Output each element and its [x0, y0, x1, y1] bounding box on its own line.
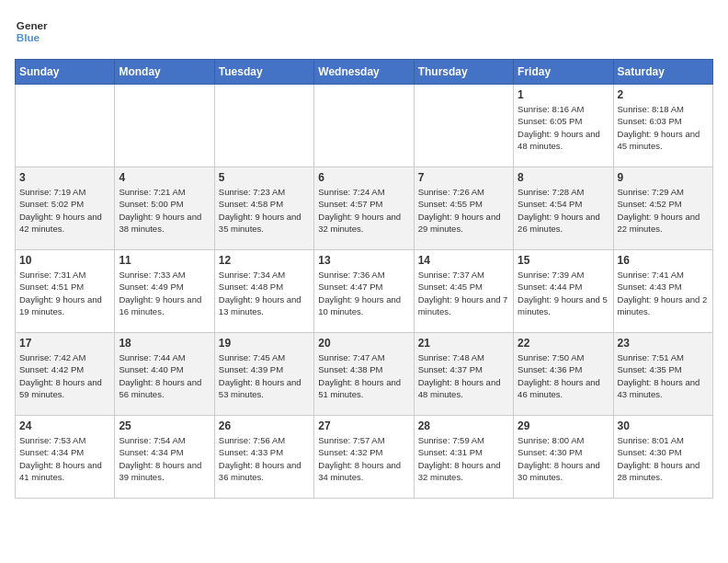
day-info: Sunrise: 7:53 AM Sunset: 4:34 PM Dayligh… [19, 434, 110, 483]
header-tuesday: Tuesday [214, 60, 313, 85]
calendar-cell: 15Sunrise: 7:39 AM Sunset: 4:44 PM Dayli… [514, 250, 613, 333]
calendar-cell: 5Sunrise: 7:23 AM Sunset: 4:58 PM Daylig… [214, 167, 313, 250]
calendar-cell: 25Sunrise: 7:54 AM Sunset: 4:34 PM Dayli… [115, 416, 214, 499]
calendar-cell: 21Sunrise: 7:48 AM Sunset: 4:37 PM Dayli… [414, 333, 513, 416]
calendar-cell: 1Sunrise: 8:16 AM Sunset: 6:05 PM Daylig… [514, 85, 613, 167]
logo-icon: General Blue [15, 15, 48, 48]
day-number: 18 [119, 337, 210, 350]
calendar-cell: 7Sunrise: 7:26 AM Sunset: 4:55 PM Daylig… [414, 167, 513, 250]
day-info: Sunrise: 7:45 AM Sunset: 4:39 PM Dayligh… [219, 351, 310, 400]
calendar-cell: 19Sunrise: 7:45 AM Sunset: 4:39 PM Dayli… [214, 333, 313, 416]
day-info: Sunrise: 8:18 AM Sunset: 6:03 PM Dayligh… [618, 103, 709, 152]
calendar-week-row: 17Sunrise: 7:42 AM Sunset: 4:42 PM Dayli… [16, 333, 713, 416]
day-number: 5 [219, 171, 310, 184]
day-info: Sunrise: 7:54 AM Sunset: 4:34 PM Dayligh… [119, 434, 210, 483]
day-number: 1 [518, 88, 609, 101]
day-info: Sunrise: 7:42 AM Sunset: 4:42 PM Dayligh… [19, 351, 110, 400]
calendar-cell: 17Sunrise: 7:42 AM Sunset: 4:42 PM Dayli… [16, 333, 115, 416]
day-info: Sunrise: 7:51 AM Sunset: 4:35 PM Dayligh… [618, 351, 709, 400]
day-info: Sunrise: 7:37 AM Sunset: 4:45 PM Dayligh… [418, 269, 509, 317]
day-info: Sunrise: 7:19 AM Sunset: 5:02 PM Dayligh… [19, 186, 110, 235]
header-sunday: Sunday [16, 60, 115, 85]
day-number: 14 [418, 254, 509, 267]
header-monday: Monday [115, 60, 214, 85]
header-friday: Friday [514, 60, 613, 85]
header-wednesday: Wednesday [314, 60, 414, 85]
calendar-cell: 18Sunrise: 7:44 AM Sunset: 4:40 PM Dayli… [115, 333, 214, 416]
calendar-cell [16, 85, 115, 167]
day-info: Sunrise: 8:16 AM Sunset: 6:05 PM Dayligh… [518, 103, 609, 152]
day-info: Sunrise: 7:48 AM Sunset: 4:37 PM Dayligh… [418, 351, 509, 400]
calendar-cell: 3Sunrise: 7:19 AM Sunset: 5:02 PM Daylig… [16, 167, 115, 250]
day-info: Sunrise: 7:28 AM Sunset: 4:54 PM Dayligh… [518, 186, 609, 235]
day-number: 28 [418, 419, 509, 432]
day-number: 15 [518, 254, 609, 267]
calendar-table: SundayMondayTuesdayWednesdayThursdayFrid… [15, 59, 713, 499]
day-info: Sunrise: 7:33 AM Sunset: 4:49 PM Dayligh… [119, 269, 210, 317]
day-info: Sunrise: 7:31 AM Sunset: 4:51 PM Dayligh… [19, 269, 110, 317]
day-info: Sunrise: 7:56 AM Sunset: 4:33 PM Dayligh… [219, 434, 310, 483]
day-info: Sunrise: 8:00 AM Sunset: 4:30 PM Dayligh… [518, 434, 609, 483]
day-info: Sunrise: 7:29 AM Sunset: 4:52 PM Dayligh… [618, 186, 709, 235]
calendar-cell [115, 85, 214, 167]
calendar-cell: 14Sunrise: 7:37 AM Sunset: 4:45 PM Dayli… [414, 250, 513, 333]
day-number: 16 [618, 254, 709, 267]
day-number: 9 [618, 171, 709, 184]
day-number: 8 [518, 171, 609, 184]
day-number: 2 [618, 88, 709, 101]
day-info: Sunrise: 7:26 AM Sunset: 4:55 PM Dayligh… [418, 186, 509, 235]
day-number: 12 [219, 254, 310, 267]
calendar-cell: 24Sunrise: 7:53 AM Sunset: 4:34 PM Dayli… [16, 416, 115, 499]
calendar-cell: 29Sunrise: 8:00 AM Sunset: 4:30 PM Dayli… [514, 416, 613, 499]
calendar-cell: 11Sunrise: 7:33 AM Sunset: 4:49 PM Dayli… [115, 250, 214, 333]
day-number: 3 [19, 171, 110, 184]
day-number: 29 [518, 419, 609, 432]
day-info: Sunrise: 7:23 AM Sunset: 4:58 PM Dayligh… [219, 186, 310, 235]
day-number: 23 [618, 337, 709, 350]
calendar-week-row: 1Sunrise: 8:16 AM Sunset: 6:05 PM Daylig… [16, 85, 713, 167]
logo: General Blue [15, 15, 51, 48]
calendar-cell [314, 85, 414, 167]
calendar-cell: 20Sunrise: 7:47 AM Sunset: 4:38 PM Dayli… [314, 333, 414, 416]
calendar-cell: 22Sunrise: 7:50 AM Sunset: 4:36 PM Dayli… [514, 333, 613, 416]
day-number: 20 [318, 337, 409, 350]
day-info: Sunrise: 7:57 AM Sunset: 4:32 PM Dayligh… [318, 434, 409, 483]
calendar-cell: 27Sunrise: 7:57 AM Sunset: 4:32 PM Dayli… [314, 416, 414, 499]
calendar-cell: 6Sunrise: 7:24 AM Sunset: 4:57 PM Daylig… [314, 167, 414, 250]
header-row: SundayMondayTuesdayWednesdayThursdayFrid… [16, 60, 713, 85]
calendar-cell: 26Sunrise: 7:56 AM Sunset: 4:33 PM Dayli… [214, 416, 313, 499]
calendar-cell: 10Sunrise: 7:31 AM Sunset: 4:51 PM Dayli… [16, 250, 115, 333]
day-number: 17 [19, 337, 110, 350]
day-number: 25 [119, 419, 210, 432]
day-number: 7 [418, 171, 509, 184]
calendar-cell: 16Sunrise: 7:41 AM Sunset: 4:43 PM Dayli… [613, 250, 712, 333]
day-info: Sunrise: 7:36 AM Sunset: 4:47 PM Dayligh… [318, 269, 409, 317]
day-info: Sunrise: 8:01 AM Sunset: 4:30 PM Dayligh… [618, 434, 709, 483]
day-number: 24 [19, 419, 110, 432]
calendar-cell: 12Sunrise: 7:34 AM Sunset: 4:48 PM Dayli… [214, 250, 313, 333]
header-saturday: Saturday [613, 60, 712, 85]
svg-text:Blue: Blue [17, 31, 40, 43]
day-number: 11 [119, 254, 210, 267]
day-number: 26 [219, 419, 310, 432]
calendar-week-row: 24Sunrise: 7:53 AM Sunset: 4:34 PM Dayli… [16, 416, 713, 499]
day-number: 6 [318, 171, 409, 184]
day-number: 13 [318, 254, 409, 267]
day-info: Sunrise: 7:21 AM Sunset: 5:00 PM Dayligh… [119, 186, 210, 235]
day-number: 22 [518, 337, 609, 350]
day-number: 30 [618, 419, 709, 432]
day-info: Sunrise: 7:34 AM Sunset: 4:48 PM Dayligh… [219, 269, 310, 317]
day-info: Sunrise: 7:44 AM Sunset: 4:40 PM Dayligh… [119, 351, 210, 400]
svg-text:General: General [17, 19, 48, 31]
calendar-cell [214, 85, 313, 167]
calendar-cell: 13Sunrise: 7:36 AM Sunset: 4:47 PM Dayli… [314, 250, 414, 333]
calendar-cell [414, 85, 513, 167]
day-info: Sunrise: 7:24 AM Sunset: 4:57 PM Dayligh… [318, 186, 409, 235]
calendar-cell: 8Sunrise: 7:28 AM Sunset: 4:54 PM Daylig… [514, 167, 613, 250]
day-info: Sunrise: 7:41 AM Sunset: 4:43 PM Dayligh… [618, 269, 709, 317]
day-info: Sunrise: 7:47 AM Sunset: 4:38 PM Dayligh… [318, 351, 409, 400]
calendar-week-row: 3Sunrise: 7:19 AM Sunset: 5:02 PM Daylig… [16, 167, 713, 250]
calendar-cell: 28Sunrise: 7:59 AM Sunset: 4:31 PM Dayli… [414, 416, 513, 499]
day-number: 19 [219, 337, 310, 350]
day-info: Sunrise: 7:50 AM Sunset: 4:36 PM Dayligh… [518, 351, 609, 400]
